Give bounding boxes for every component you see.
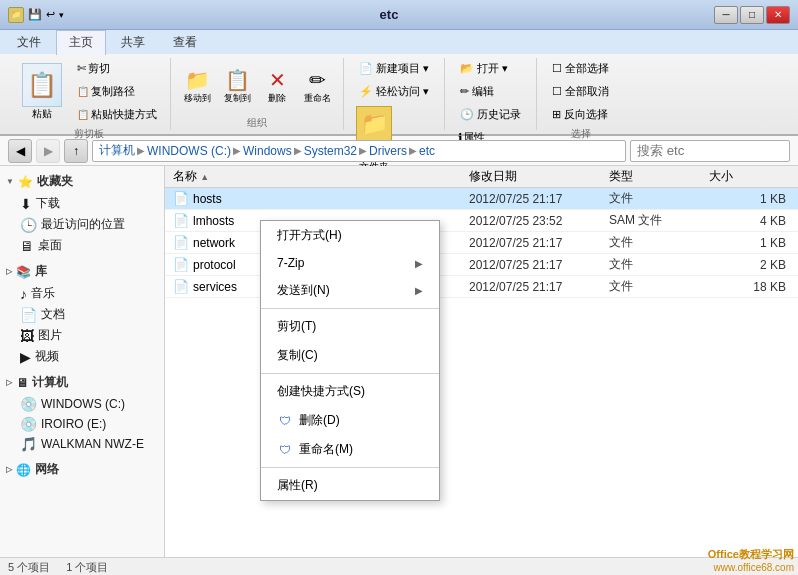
sidebar-item-desktop[interactable]: 🖥 桌面 bbox=[0, 235, 164, 256]
history-label: 历史记录 bbox=[477, 107, 521, 122]
delete-icon: ✕ bbox=[269, 68, 286, 92]
copy-path-button[interactable]: 📋 复制路径 bbox=[72, 81, 162, 102]
path-item-etc[interactable]: etc bbox=[419, 144, 435, 158]
context-menu: 打开方式(H) 7-Zip ▶ 发送到(N) ▶ 剪切(T) 复制(C) 创建快… bbox=[260, 220, 440, 501]
close-button[interactable]: ✕ bbox=[766, 6, 790, 24]
sidebar-section-computer: ▷ 🖥 计算机 💿 WINDOWS (C:) 💿 IROIRO (E:) 🎵 W… bbox=[0, 371, 164, 454]
invert-selection-button[interactable]: ⊞ 反向选择 bbox=[545, 104, 615, 125]
history-button[interactable]: 🕒 历史记录 bbox=[453, 104, 528, 125]
path-item-system32[interactable]: System32 bbox=[304, 144, 357, 158]
ctx-rename[interactable]: 🛡 重命名(M) bbox=[261, 435, 439, 464]
edit-button[interactable]: ✏ 编辑 bbox=[453, 81, 501, 102]
status-item-count: 5 个项目 bbox=[8, 560, 50, 575]
ctx-cut[interactable]: 剪切(T) bbox=[261, 312, 439, 341]
quick-access-undo[interactable]: ↩ bbox=[46, 8, 55, 21]
cut-button[interactable]: ✄ 剪切 bbox=[72, 58, 162, 79]
file-type-services: 文件 bbox=[609, 278, 709, 295]
file-icon-hosts: 📄 bbox=[173, 191, 189, 206]
address-path[interactable]: 计算机 ▶ WINDOWS (C:) ▶ Windows ▶ System32 … bbox=[92, 140, 626, 162]
ribbon-group-new: 📄 新建项目 ▾ ⚡ 轻松访问 ▾ 📁 新建文件夹 新建 bbox=[344, 58, 445, 130]
paste-button[interactable]: 📋 粘贴 bbox=[16, 61, 68, 123]
select-all-button[interactable]: ☐ 全部选择 bbox=[545, 58, 616, 79]
rename-button[interactable]: ✏ 重命名 bbox=[299, 68, 335, 104]
path-item-windows[interactable]: Windows bbox=[243, 144, 292, 158]
ctx-sep-1 bbox=[261, 308, 439, 309]
tab-share[interactable]: 共享 bbox=[108, 30, 158, 54]
forward-button[interactable]: ▶ bbox=[36, 139, 60, 163]
sidebar-item-pictures[interactable]: 🖼 图片 bbox=[0, 325, 164, 346]
sidebar-item-walkman[interactable]: 🎵 WALKMAN NWZ-E bbox=[0, 434, 164, 454]
col-header-date[interactable]: 修改日期 bbox=[469, 168, 609, 185]
easy-access-button[interactable]: ⚡ 轻松访问 ▾ bbox=[352, 81, 436, 102]
paste-label: 粘贴 bbox=[32, 107, 52, 121]
open-button[interactable]: 📂 打开 ▾ bbox=[453, 58, 515, 79]
file-row-hosts[interactable]: 📄 hosts 2012/07/25 21:17 文件 1 KB bbox=[165, 188, 798, 210]
ctx-create-shortcut[interactable]: 创建快捷方式(S) bbox=[261, 377, 439, 406]
move-button[interactable]: 📁 移动到 bbox=[179, 68, 215, 104]
up-button[interactable]: ↑ bbox=[64, 139, 88, 163]
ctx-delete[interactable]: 🛡 删除(D) bbox=[261, 406, 439, 435]
file-type-network: 文件 bbox=[609, 234, 709, 251]
ctx-rename-shield-icon: 🛡 bbox=[277, 442, 293, 458]
file-date-network: 2012/07/25 21:17 bbox=[469, 236, 609, 250]
new-item-button[interactable]: 📄 新建项目 ▾ bbox=[352, 58, 436, 79]
tab-home[interactable]: 主页 bbox=[56, 30, 106, 55]
delete-label: 删除 bbox=[268, 92, 286, 105]
ctx-send-to[interactable]: 发送到(N) ▶ bbox=[261, 276, 439, 305]
computer-icon: 🖥 bbox=[16, 376, 28, 390]
col-header-type[interactable]: 类型 bbox=[609, 168, 709, 185]
sidebar-item-iroiro-e[interactable]: 💿 IROIRO (E:) bbox=[0, 414, 164, 434]
ribbon-group-select: ☐ 全部选择 ☐ 全部取消 ⊞ 反向选择 选择 bbox=[537, 58, 624, 130]
ribbon-group-organize: 📁 移动到 📋 复制到 ✕ 删除 bbox=[171, 58, 344, 130]
paste-shortcut-button[interactable]: 📋 粘贴快捷方式 bbox=[72, 104, 162, 125]
maximize-button[interactable]: □ bbox=[740, 6, 764, 24]
ctx-send-to-label: 发送到(N) bbox=[277, 282, 330, 299]
ctx-properties[interactable]: 属性(R) bbox=[261, 471, 439, 500]
drive-c-icon: 💿 bbox=[20, 396, 37, 412]
docs-icon: 📄 bbox=[20, 307, 37, 323]
sidebar-header-library[interactable]: ▷ 📚 库 bbox=[0, 260, 164, 283]
sidebar-item-download[interactable]: ⬇ 下载 bbox=[0, 193, 164, 214]
sidebar-item-music[interactable]: ♪ 音乐 bbox=[0, 283, 164, 304]
paste-shortcut-icon: 📋 bbox=[77, 109, 89, 120]
ctx-open-with-label: 打开方式(H) bbox=[277, 227, 342, 244]
sidebar-item-recent[interactable]: 🕒 最近访问的位置 bbox=[0, 214, 164, 235]
library-triangle: ▷ bbox=[6, 267, 12, 276]
ctx-copy[interactable]: 复制(C) bbox=[261, 341, 439, 370]
video-label: 视频 bbox=[35, 348, 59, 365]
path-item-drivers[interactable]: Drivers bbox=[369, 144, 407, 158]
ctx-sep-3 bbox=[261, 467, 439, 468]
tab-view[interactable]: 查看 bbox=[160, 30, 210, 54]
file-icon-protocol: 📄 bbox=[173, 257, 189, 272]
path-item-computer[interactable]: 计算机 bbox=[99, 142, 135, 159]
back-button[interactable]: ◀ bbox=[8, 139, 32, 163]
download-label: 下载 bbox=[36, 195, 60, 212]
copy-to-button[interactable]: 📋 复制到 bbox=[219, 68, 255, 104]
ctx-7zip[interactable]: 7-Zip ▶ bbox=[261, 250, 439, 276]
docs-label: 文档 bbox=[41, 306, 65, 323]
sidebar-header-network[interactable]: ▷ 🌐 网络 bbox=[0, 458, 164, 481]
sidebar-item-video[interactable]: ▶ 视频 bbox=[0, 346, 164, 367]
path-item-drive[interactable]: WINDOWS (C:) bbox=[147, 144, 231, 158]
col-header-size[interactable]: 大小 bbox=[709, 168, 794, 185]
sidebar-item-documents[interactable]: 📄 文档 bbox=[0, 304, 164, 325]
sidebar-item-windows-c[interactable]: 💿 WINDOWS (C:) bbox=[0, 394, 164, 414]
deselect-all-button[interactable]: ☐ 全部取消 bbox=[545, 81, 616, 102]
ctx-delete-label: 删除(D) bbox=[299, 412, 340, 429]
file-size-services: 18 KB bbox=[709, 280, 794, 294]
ribbon-group-clipboard: 📋 粘贴 ✄ 剪切 📋 复制路径 📋 粘贴快捷方式 bbox=[8, 58, 171, 130]
file-name-hosts: 📄 hosts bbox=[169, 191, 469, 206]
quick-access-save[interactable]: 💾 bbox=[28, 8, 42, 21]
file-date-hosts: 2012/07/25 21:17 bbox=[469, 192, 609, 206]
sidebar-header-favorites[interactable]: ▼ ⭐ 收藏夹 bbox=[0, 170, 164, 193]
ctx-open-with[interactable]: 打开方式(H) bbox=[261, 221, 439, 250]
col-header-name[interactable]: 名称 ▲ bbox=[169, 168, 469, 185]
delete-button[interactable]: ✕ 删除 bbox=[259, 68, 295, 104]
edit-icon: ✏ bbox=[460, 85, 469, 98]
sidebar-header-computer[interactable]: ▷ 🖥 计算机 bbox=[0, 371, 164, 394]
minimize-button[interactable]: ─ bbox=[714, 6, 738, 24]
tab-file[interactable]: 文件 bbox=[4, 30, 54, 54]
file-type-hosts: 文件 bbox=[609, 190, 709, 207]
search-input[interactable] bbox=[630, 140, 790, 162]
cut-label: 剪切 bbox=[88, 61, 110, 76]
